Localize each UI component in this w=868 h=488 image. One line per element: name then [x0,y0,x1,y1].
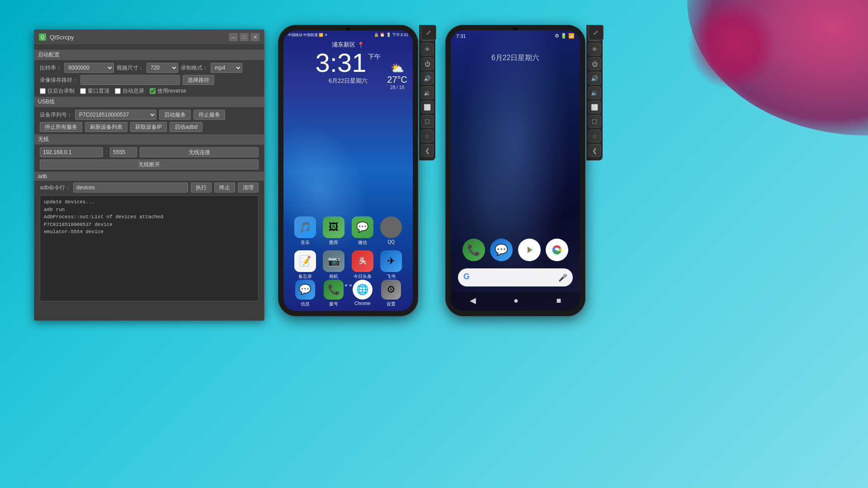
side-btn-power[interactable]: ⏻ [421,57,434,70]
terminate-button[interactable]: 终止 [214,183,235,192]
phone1-wrapper: 中国移动 中国联通 📶 ✈ 🔒 ⏰ 🔋 下午3:31 浦东新区 📍 3:31 下… [278,25,418,316]
section-startup: 启动配置 [34,50,264,60]
p2-side-btn-back[interactable]: ○ [588,130,601,142]
use-reverse-check[interactable]: 使用reverse [150,87,186,95]
record-path-row: 录像保存路径： 选择路径 [40,75,259,85]
start-adbd-button[interactable]: 启动adbd [170,122,203,132]
side-btn-app-switch[interactable]: ⬜ [421,101,434,113]
bitrate-label: 比特率： [40,64,61,72]
android-phone-icon[interactable]: 📞 [462,239,485,261]
app-notes-icon: 📝 [294,250,316,272]
side-btn-arrow[interactable]: ❮ [421,144,434,157]
android-play-icon[interactable] [518,239,541,261]
app-toutiao-label: 今日头条 [354,273,372,280]
app-camera[interactable]: 📷 相机 [323,250,344,280]
app-gallery-icon: 🖼 [323,216,344,238]
background-record-check[interactable]: 仅后台录制 [40,87,75,95]
app-gallery[interactable]: 🖼 图库 [323,216,344,246]
phone1-container: 中国移动 中国联通 📶 ✈ 🔒 ⏰ 🔋 下午3:31 浦东新区 📍 3:31 下… [278,25,435,316]
phone1-status-left: 中国移动 中国联通 📶 ✈ [288,33,328,38]
app-music-icon: 🎵 [294,216,316,238]
adb-cmd-input[interactable] [73,183,188,192]
side-btn-vol-down[interactable]: 🔉 [421,86,434,99]
p2-side-btn-vol-up[interactable]: 🔊 [588,72,601,84]
app-music[interactable]: 🎵 音乐 [294,216,316,246]
window-top-check[interactable]: 窗口置顶 [80,87,109,95]
clear-button[interactable]: 清理 [238,183,259,192]
app-wechat[interactable]: 💬 微信 [352,216,373,246]
app-toutiao[interactable]: 头 今日头条 [352,250,373,280]
bitrate-select[interactable]: 8000000 [64,63,114,73]
select-path-button[interactable]: 选择路径 [183,75,214,85]
phone2-app-row: 📞 💬 [451,239,580,261]
stop-service-button[interactable]: 停止服务 [193,110,225,120]
video-size-select[interactable]: 720 [146,63,178,73]
execute-button[interactable]: 执行 [191,183,212,192]
terminal-line-4: P7C0218510000537 device [44,221,255,229]
p2-side-btn-power[interactable]: ⏻ [588,57,601,70]
phone2-expand-button[interactable]: ⤢ [588,25,604,40]
record-format-select[interactable]: mp4 [211,63,242,73]
get-ip-button[interactable]: 获取设备IP [130,122,167,132]
app-feishu-icon: ✈ [380,250,402,272]
terminal-line-1: update devices... [44,198,255,206]
side-btn-home[interactable]: ☐ [421,115,434,128]
phone1-device: 中国移动 中国联通 📶 ✈ 🔒 ⏰ 🔋 下午3:31 浦东新区 📍 3:31 下… [278,25,418,316]
search-mic-icon: 🎤 [558,273,567,282]
nav-home-button[interactable]: ● [514,296,519,305]
section-adb: adb [34,172,264,181]
auto-off-check[interactable]: 自动息屏 [115,87,144,95]
dock-settings[interactable]: ⚙ 设置 [381,280,401,307]
dock-chrome-icon: 🌐 [353,280,373,300]
close-button[interactable]: ✕ [250,33,259,41]
terminal-output: update devices... adb run AdbProcess::ou… [40,195,259,301]
phone1-dock: 💬 信息 📞 拨号 🌐 Chrome ⚙ 设置 [283,280,413,307]
section-wireless: 无线 [34,134,264,145]
options-row: 仅后台录制 窗口置顶 自动息屏 使用reverse [40,87,259,95]
dock-messages-label: 信息 [301,301,310,307]
port-input[interactable] [110,147,137,157]
wireless-connect-button[interactable]: 无线连接 [140,147,259,157]
nav-recent-button[interactable]: ■ [556,296,561,305]
record-path-label: 录像保存路径： [40,76,78,84]
side-btn-eye[interactable]: 👁 [421,43,434,56]
app-toutiao-icon: 头 [352,250,373,272]
dock-phone[interactable]: 📞 拨号 [324,280,344,307]
dock-chrome[interactable]: 🌐 Chrome [353,280,373,307]
device-serial-select[interactable]: P7C0218510000537 [75,110,156,120]
side-btn-back[interactable]: ○ [421,130,434,142]
stop-all-button[interactable]: 停止所有服务 [40,122,82,132]
app-notes[interactable]: 📝 备忘录 [294,250,316,280]
side-btn-vol-up[interactable]: 🔊 [421,72,434,84]
phone1-app-grid: 🎵 音乐 🖼 图库 💬 微信 QQ [283,216,413,288]
nav-back-button[interactable]: ◀ [470,296,476,305]
record-path-input[interactable] [80,75,180,85]
app-music-label: 音乐 [301,239,310,246]
dock-phone-label: 拨号 [329,301,338,307]
minimize-button[interactable]: — [229,33,238,41]
refresh-devices-button[interactable]: 刷新设备列表 [85,122,127,132]
phone2-search-bar[interactable]: G 🎤 [458,268,573,286]
ip-input[interactable] [40,147,103,157]
phone2-wrapper: ⤢ 7:31 ⚙ 🔋 📶 6月22日星期六 📞 💬 [445,25,585,316]
p2-side-btn-app-switch[interactable]: ⬜ [588,101,601,113]
app-gallery-label: 图库 [329,239,338,246]
p2-side-btn-home[interactable]: ☐ [588,115,601,128]
p2-side-btn-eye[interactable]: 👁 [588,43,601,56]
terminal-line-2: adb run [44,206,255,214]
p2-side-btn-arrow[interactable]: ❮ [588,144,601,157]
android-chrome-icon[interactable] [546,239,568,261]
maximize-button[interactable]: □ [240,33,249,41]
p2-side-btn-vol-down[interactable]: 🔉 [588,86,601,99]
app-feishu[interactable]: ✈ 飞书 [380,250,402,280]
dock-messages[interactable]: 💬 信息 [295,280,315,307]
device-actions-row: 停止所有服务 刷新设备列表 获取设备IP 启动adbd [40,122,259,132]
device-serial-row: 设备序列号： P7C0218510000537 启动服务 停止服务 [40,110,259,120]
wireless-disconnect-button[interactable]: 无线断开 [40,160,259,169]
android-messages-icon[interactable]: 💬 [490,239,513,261]
phone1-expand-button[interactable]: ⤢ [421,25,436,40]
app-qq[interactable]: QQ [380,216,402,246]
google-g-icon: G [463,272,474,283]
app-wechat-label: 微信 [358,239,367,246]
start-service-button[interactable]: 启动服务 [159,110,191,120]
